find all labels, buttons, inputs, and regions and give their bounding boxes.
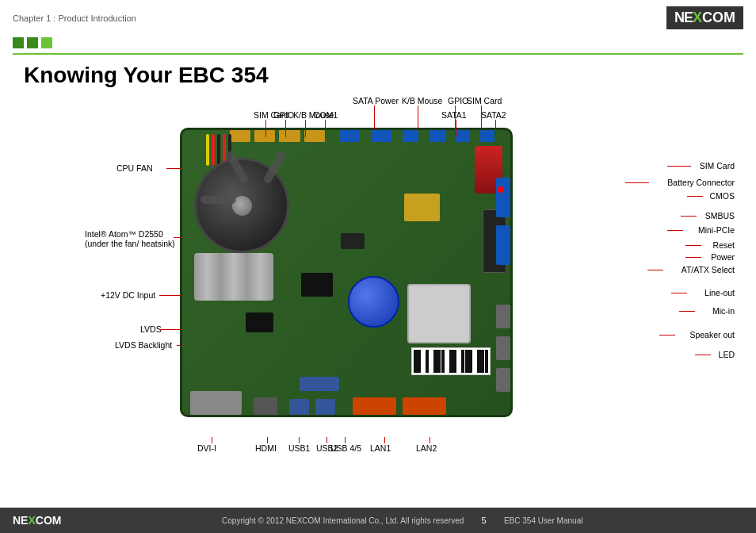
- right-conn-2: [496, 225, 510, 265]
- line-usb2: [326, 437, 327, 443]
- label-lan1: LAN1: [370, 443, 391, 453]
- fan-outer: [194, 158, 289, 253]
- logo-x: X: [693, 10, 702, 26]
- label-led: LED: [719, 350, 735, 359]
- right-conn-1: [496, 178, 510, 217]
- heatsink: [194, 253, 273, 301]
- diagram-area: SIM Card GPIO K/B Mouse COM1 SATA Power …: [21, 96, 735, 453]
- line-at-atx: [647, 270, 663, 270]
- label-sim-top: SIM Card: [467, 96, 502, 105]
- line-usb45: [345, 437, 346, 443]
- footer-logo-com: COM: [36, 514, 62, 527]
- right-conn-micin: [496, 336, 510, 360]
- label-kb-mouse: K/B Mouse: [402, 96, 442, 105]
- line-hdmi: [267, 437, 268, 443]
- label-lan2: LAN2: [416, 443, 437, 453]
- usb1-conn: [289, 399, 309, 415]
- line-power: [685, 257, 701, 258]
- line-smbus: [681, 216, 697, 217]
- pcb-image: [180, 128, 513, 417]
- conn-gpio: [403, 130, 418, 142]
- conn-sata1: [456, 130, 470, 142]
- label-reset: Reset: [713, 240, 735, 250]
- conn-com4: [230, 130, 250, 142]
- label-usb1: USB1: [288, 443, 310, 453]
- line-battery-conn: [625, 182, 649, 183]
- footer-logo-ne: NE: [13, 514, 28, 527]
- green-square-3: [41, 37, 52, 48]
- label-sata-power: SATA Power: [353, 96, 399, 105]
- label-lvds-backlight: LVDS Backlight: [115, 340, 172, 350]
- label-com3: GPIO: [273, 110, 294, 120]
- chip-3: [341, 233, 365, 249]
- chip-4: [404, 194, 440, 221]
- line-kb-mouse: [418, 105, 418, 129]
- fan-blade-2: [225, 150, 250, 185]
- line-sim-right: [667, 166, 691, 167]
- line-dvi: [212, 437, 212, 443]
- cpu-fan: [194, 158, 289, 253]
- lan2-conn: [403, 397, 446, 415]
- line-reset: [685, 245, 701, 246]
- line-mini-pcie: [667, 230, 683, 231]
- footer-logo: NE X COM: [13, 514, 61, 527]
- label-hdmi: HDMI: [255, 443, 277, 453]
- usb45-conn: [300, 377, 339, 391]
- line-com3: [285, 120, 286, 137]
- line-sata1: [456, 120, 456, 137]
- green-square-1: [13, 37, 24, 48]
- conn-kb-mouse: [372, 130, 391, 142]
- line-speaker: [659, 335, 675, 336]
- conn-sata2: [480, 130, 494, 142]
- header: Chapter 1 : Product Introduction NE X CO…: [0, 0, 756, 33]
- lan1-conn: [353, 397, 396, 415]
- conn-com1: [304, 130, 325, 142]
- label-smbus: SMBUS: [705, 211, 735, 220]
- label-lvds: LVDS: [140, 324, 162, 334]
- logo-com: COM: [702, 10, 735, 26]
- label-power: Power: [711, 252, 735, 262]
- label-sata1: SATA1: [441, 110, 467, 120]
- green-square-2: [27, 37, 38, 48]
- fan-blade-3: [262, 150, 287, 185]
- fan-blade-1: [200, 196, 236, 204]
- label-speaker: Speaker out: [689, 330, 735, 339]
- conn-sata-power: [339, 130, 360, 142]
- hdmi-conn: [254, 397, 277, 415]
- page-title: Knowing Your EBC 354: [0, 55, 756, 96]
- label-intel-atom: Intel® Atom™ D2550: [85, 229, 163, 239]
- label-gpio: GPIO: [448, 96, 468, 105]
- label-sim-right: SIM Card: [700, 161, 735, 171]
- label-usb45: USB 4/5: [330, 443, 361, 453]
- line-sata2: [495, 120, 496, 137]
- label-micin: Mic-in: [712, 306, 735, 316]
- chip-2: [246, 313, 273, 332]
- footer: NE X COM Copyright © 2012 NEXCOM Interna…: [0, 508, 756, 533]
- conn-com2: [279, 130, 300, 142]
- line-lvds-backlight: [177, 345, 181, 346]
- line-lvds: [160, 329, 181, 330]
- usb2-conn: [315, 399, 335, 415]
- page-number: 5: [482, 516, 487, 525]
- line-com1: [325, 120, 326, 137]
- large-chip: [407, 284, 471, 343]
- capacitor: [348, 276, 399, 328]
- label-dvi: DVI-I: [197, 443, 216, 453]
- copyright-text: Copyright © 2012 NEXCOM International Co…: [222, 516, 464, 525]
- dvi-conn: [190, 391, 242, 415]
- label-cpu-fan: CPU FAN: [116, 163, 153, 173]
- chapter-text: Chapter 1 : Product Introduction: [13, 13, 136, 23]
- barcode: [411, 347, 491, 375]
- line-com2: [305, 120, 306, 137]
- green-bar: [0, 33, 756, 53]
- chip-1: [301, 273, 333, 297]
- line-com4: [265, 120, 266, 137]
- line-usb1: [299, 437, 300, 443]
- label-sata2: SATA2: [481, 110, 506, 120]
- footer-logo-x: X: [28, 514, 35, 527]
- label-cmos: CMOS: [710, 191, 735, 201]
- label-at-atx: AT/ATX Select: [682, 265, 735, 274]
- top-connectors: [230, 130, 494, 142]
- pcb-board: [180, 128, 513, 417]
- line-lineout: [671, 293, 687, 293]
